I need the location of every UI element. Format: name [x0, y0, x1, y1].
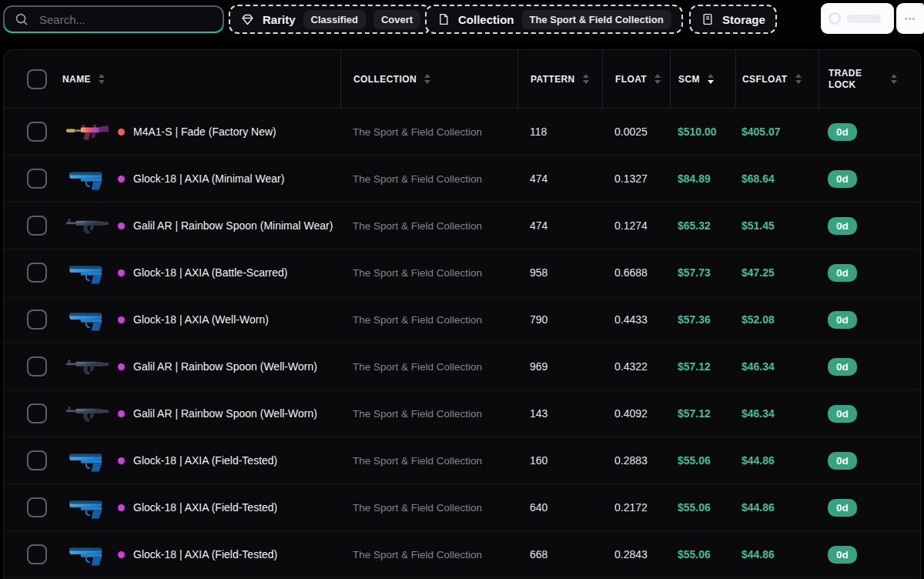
header-trade-lock[interactable]: TRADE LOCK [819, 50, 920, 108]
table-header: NAME COLLECTION PATTERN FLOAT SCM CSFLOA… [4, 50, 920, 109]
item-csfloat-price: $47.25 [735, 266, 819, 279]
row-checkbox[interactable] [27, 169, 47, 189]
item-float: 0.4322 [602, 360, 670, 373]
item-collection: The Sport & Field Collection [340, 408, 517, 420]
item-name: Galil AR | Rainbow Spoon (Minimal Wear) [133, 219, 333, 232]
table-row[interactable]: Glock-18 | AXIA (Battle-Scarred) The Spo… [4, 249, 920, 296]
item-float: 0.1327 [602, 172, 670, 185]
item-name: Galil AR | Rainbow Spoon (Well-Worn) [133, 360, 317, 373]
row-checkbox[interactable] [27, 450, 47, 470]
weapon-thumbnail [65, 162, 110, 195]
collection-tag[interactable]: The Sport & Field Collection [522, 10, 671, 29]
table-row[interactable]: Glock-18 | AXIA (Minimal Wear) The Sport… [4, 156, 920, 202]
item-pattern: 160 [517, 454, 602, 467]
row-checkbox[interactable] [27, 497, 47, 517]
item-collection: The Sport & Field Collection [340, 502, 517, 514]
item-csfloat-price: $405.07 [735, 126, 819, 138]
item-name: Glock-18 | AXIA (Minimal Wear) [133, 172, 284, 185]
item-scm-price: $55.06 [670, 548, 735, 561]
table-row[interactable]: M4A1-S | Fade (Factory New) The Sport & … [4, 109, 920, 156]
trade-lock-badge: 0d [828, 452, 857, 470]
topbar-light-panel[interactable] [821, 3, 894, 34]
item-scm-price: $57.12 [670, 360, 735, 373]
item-pattern: 790 [517, 313, 602, 326]
item-collection: The Sport & Field Collection [340, 361, 517, 373]
overflow-menu-button[interactable]: ••• [896, 3, 924, 34]
item-float: 0.1274 [602, 219, 670, 232]
item-scm-price: $510.00 [670, 126, 735, 138]
header-sort-trade-lock[interactable] [891, 74, 897, 84]
table-row[interactable]: Galil AR | Rainbow Spoon (Well-Worn) The… [4, 343, 920, 390]
trade-lock-badge: 0d [828, 170, 857, 188]
rarity-tag-classified[interactable]: Classified [303, 10, 366, 29]
table-row[interactable]: Glock-18 | AXIA (Field-Tested) The Sport… [4, 531, 920, 578]
search-box[interactable]: Search... [3, 5, 224, 33]
table-row[interactable]: Glock-18 | AXIA (Field-Tested) The Sport… [4, 484, 920, 531]
item-float: 0.4092 [602, 407, 670, 420]
row-checkbox[interactable] [27, 122, 47, 142]
rarity-dot [118, 504, 125, 511]
item-csfloat-price: $44.86 [735, 454, 819, 467]
weapon-thumbnail [65, 538, 110, 571]
filter-label-storage: Storage [722, 13, 765, 26]
header-float[interactable]: FLOAT [602, 50, 670, 108]
trade-lock-badge: 0d [828, 264, 857, 282]
filter-label-rarity: Rarity [263, 13, 296, 26]
rarity-dot [118, 223, 125, 229]
header-sort-name[interactable] [99, 74, 105, 84]
item-scm-price: $57.73 [670, 266, 735, 279]
item-name: Glock-18 | AXIA (Well-Worn) [133, 313, 269, 326]
row-checkbox[interactable] [27, 544, 47, 564]
filter-chip-rarity[interactable]: Rarity Classified Covert [229, 5, 432, 34]
weapon-thumbnail [65, 209, 110, 242]
header-name[interactable]: NAME [55, 50, 340, 108]
item-collection: The Sport & Field Collection [340, 314, 517, 326]
item-float: 0.4433 [602, 313, 670, 326]
file-icon [437, 12, 450, 26]
select-all-checkbox[interactable] [27, 69, 47, 89]
trade-lock-badge: 0d [828, 499, 857, 517]
row-checkbox[interactable] [27, 263, 47, 283]
table-row[interactable]: Glock-18 | AXIA (Well-Worn) The Sport & … [4, 296, 920, 343]
row-checkbox[interactable] [27, 356, 47, 377]
search-input[interactable]: Search... [39, 13, 85, 26]
item-collection: The Sport & Field Collection [340, 220, 517, 232]
header-sort-collection[interactable] [424, 74, 430, 84]
rarity-tag-covert[interactable]: Covert [373, 10, 420, 29]
ghost-label [847, 15, 881, 23]
header-pattern[interactable]: PATTERN [517, 50, 602, 108]
item-scm-price: $55.06 [670, 454, 735, 467]
table-row[interactable]: Galil AR | Rainbow Spoon (Minimal Wear) … [4, 202, 920, 249]
weapon-thumbnail [65, 303, 110, 336]
header-collection[interactable]: COLLECTION [340, 50, 517, 108]
trade-lock-badge: 0d [828, 311, 857, 329]
item-collection: The Sport & Field Collection [340, 126, 517, 138]
item-pattern: 474 [517, 172, 602, 185]
rarity-dot [118, 176, 125, 182]
item-collection: The Sport & Field Collection [340, 173, 517, 185]
header-sort-pattern[interactable] [583, 74, 589, 84]
item-csfloat-price: $51.45 [735, 219, 819, 232]
table-row[interactable]: Glock-18 | AXIA (Field-Tested) The Sport… [4, 437, 920, 484]
weapon-thumbnail [65, 115, 110, 148]
rarity-dot [118, 269, 125, 276]
header-csfloat[interactable]: CSFLOAT [735, 50, 819, 108]
item-float: 0.2172 [602, 501, 670, 514]
row-checkbox[interactable] [27, 216, 47, 236]
item-csfloat-price: $52.08 [735, 313, 819, 326]
filter-chip-collection[interactable]: Collection The Sport & Field Collection [425, 5, 683, 34]
item-pattern: 969 [517, 360, 602, 373]
header-scm[interactable]: SCM [670, 50, 735, 108]
row-checkbox[interactable] [27, 310, 47, 330]
header-sort-csfloat[interactable] [795, 74, 802, 84]
rarity-dot [118, 363, 125, 370]
filter-chip-storage[interactable]: Storage [689, 5, 777, 34]
header-sort-scm[interactable] [708, 74, 714, 84]
ellipsis-icon: ••• [905, 14, 916, 23]
table-row[interactable]: Galil AR | Rainbow Spoon (Well-Worn) The… [4, 390, 920, 437]
item-pattern: 474 [517, 219, 602, 232]
header-sort-float[interactable] [654, 74, 661, 84]
item-float: 0.2883 [602, 454, 670, 467]
weapon-thumbnail [65, 397, 110, 430]
row-checkbox[interactable] [27, 403, 47, 423]
